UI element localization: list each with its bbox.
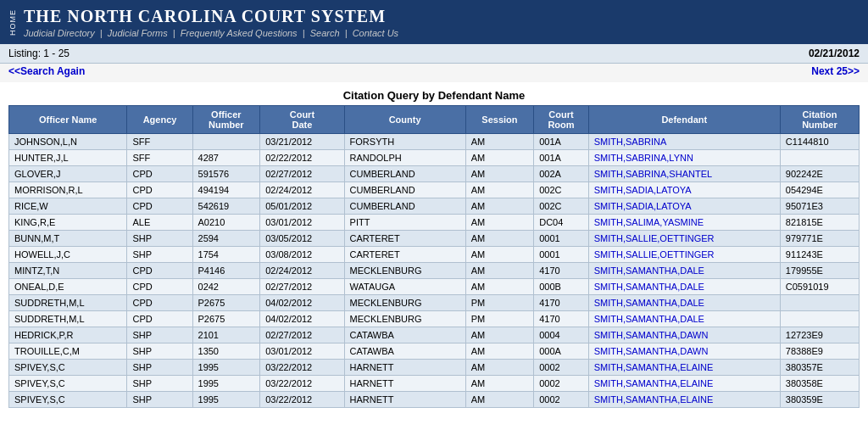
col-citation-number: CitationNumber [780,106,859,134]
col-officer-name: Officer Name [9,106,127,134]
defendant-cell[interactable]: SMITH,SABRINA,LYNN [588,150,780,166]
table-row: SPIVEY,S,CSHP199503/22/2012HARNETTAM0002… [9,392,860,408]
table-cell: 12723E9 [780,327,859,343]
table-cell: 2594 [192,231,260,247]
table-cell: 054294E [780,182,859,198]
defendant-link[interactable]: SMITH,SAMANTHA,DAWN [594,346,709,356]
table-cell: P4146 [192,263,260,279]
table-cell: 000B [534,279,589,295]
table-cell: BUNN,M,T [9,231,127,247]
defendant-link[interactable]: SMITH,SAMANTHA,ELAINE [594,378,714,388]
nav-faq[interactable]: Frequently Asked Questions [181,28,298,38]
table-row: SPIVEY,S,CSHP199503/22/2012HARNETTAM0002… [9,376,860,392]
table-cell: 1995 [192,392,260,408]
table-cell: RANDOLPH [344,150,465,166]
table-header: Officer Name Agency OfficerNumber CourtD… [9,106,860,134]
table-cell: A0210 [192,215,260,231]
defendant-cell[interactable]: SMITH,SAMANTHA,ELAINE [588,376,780,392]
table-cell: 95071E3 [780,198,859,215]
table-cell: 0001 [534,231,589,247]
defendant-link[interactable]: SMITH,SAMANTHA,DAWN [594,330,709,340]
next-link[interactable]: Next 25>> [811,65,860,77]
defendant-cell[interactable]: SMITH,SABRINA [588,134,780,150]
table-cell: 78388E9 [780,343,859,360]
defendant-cell[interactable]: SMITH,SAMANTHA,DALE [588,295,780,311]
defendant-link[interactable]: SMITH,SABRINA [594,137,667,147]
table-cell: CARTERET [344,247,465,263]
defendant-cell[interactable]: SMITH,SAMANTHA,DALE [588,263,780,279]
table-cell: 0001 [534,247,589,263]
defendant-link[interactable]: SMITH,SAMANTHA,DALE [594,265,704,276]
defendant-cell[interactable]: SMITH,SAMANTHA,DAWN [588,327,780,343]
table-cell: CPD [127,263,192,279]
table-cell: SUDDRETH,M,L [9,311,127,327]
defendant-link[interactable]: SMITH,SALIMA,YASMINE [594,217,704,227]
nav-contact[interactable]: Contact Us [353,28,398,38]
table-cell: 542619 [192,198,260,215]
table-cell: 1754 [192,247,260,263]
defendant-link[interactable]: SMITH,SAMANTHA,DALE [594,282,704,292]
defendant-link[interactable]: SMITH,SADIA,LATOYA [594,201,692,211]
table-cell: 380357E [780,360,859,376]
nav-judicial-forms[interactable]: Judicial Forms [108,28,168,38]
table-cell: AM [465,150,534,166]
table-cell: 02/22/2012 [260,150,344,166]
table-cell: 911243E [780,247,859,263]
defendant-link[interactable]: SMITH,SABRINA,LYNN [594,153,693,163]
table-cell: 1995 [192,376,260,392]
defendant-link[interactable]: SMITH,SAMANTHA,ELAINE [594,394,714,405]
defendant-cell[interactable]: SMITH,SABRINA,SHANTEL [588,166,780,182]
table-cell: 4170 [534,263,589,279]
nav-judicial-directory[interactable]: Judicial Directory [24,28,95,38]
table-cell: CARTERET [344,231,465,247]
table-cell: 0002 [534,376,589,392]
table-cell: RICE,W [9,198,127,215]
search-again-link[interactable]: <<Search Again [8,65,85,77]
table-cell: 4287 [192,150,260,166]
table-cell: 494194 [192,182,260,198]
table-cell: SHP [127,360,192,376]
nav-search[interactable]: Search [310,28,340,38]
defendant-cell[interactable]: SMITH,SAMANTHA,DALE [588,311,780,327]
table-cell: WATAUGA [344,279,465,295]
table-cell: 03/01/2012 [260,215,344,231]
defendant-link[interactable]: SMITH,SAMANTHA,DALE [594,314,704,324]
defendant-link[interactable]: SMITH,SAMANTHA,ELAINE [594,362,714,372]
defendant-cell[interactable]: SMITH,SALIMA,YASMINE [588,215,780,231]
defendant-cell[interactable]: SMITH,SALLIE,OETTINGER [588,247,780,263]
table-cell: 1995 [192,360,260,376]
defendant-link[interactable]: SMITH,SADIA,LATOYA [594,185,692,195]
col-agency: Agency [127,106,192,134]
defendant-link[interactable]: SMITH,SAMANTHA,DALE [594,298,704,308]
defendant-cell[interactable]: SMITH,SALLIE,OETTINGER [588,231,780,247]
table-cell: SHP [127,327,192,343]
table-cell: CPD [127,182,192,198]
defendant-cell[interactable]: SMITH,SAMANTHA,ELAINE [588,360,780,376]
defendant-cell[interactable]: SMITH,SADIA,LATOYA [588,198,780,215]
defendant-cell[interactable]: SMITH,SAMANTHA,ELAINE [588,392,780,408]
defendant-cell[interactable]: SMITH,SAMANTHA,DALE [588,279,780,295]
table-cell: CPD [127,166,192,182]
table-cell: AM [465,263,534,279]
header-content: The North Carolina Court System Judicial… [24,7,398,38]
table-row: HOWELL,J,CSHP175403/08/2012CARTERETAM000… [9,247,860,263]
nav-links: <<Search Again Next 25>> [0,64,868,82]
table-cell: SHP [127,231,192,247]
table-cell: 03/05/2012 [260,231,344,247]
col-officer-number: OfficerNumber [192,106,260,134]
table-row: SUDDRETH,M,LCPDP267504/02/2012MECKLENBUR… [9,311,860,327]
table-row: BUNN,M,TSHP259403/05/2012CARTERETAM0001S… [9,231,860,247]
table-cell: 05/01/2012 [260,198,344,215]
defendant-cell[interactable]: SMITH,SAMANTHA,DAWN [588,343,780,360]
defendant-link[interactable]: SMITH,SALLIE,OETTINGER [594,233,715,243]
table-cell: SFF [127,150,192,166]
defendant-link[interactable]: SMITH,SABRINA,SHANTEL [594,169,712,179]
site-subtitle: Judicial Directory | Judicial Forms | Fr… [24,28,398,38]
table-cell: AM [465,166,534,182]
table-cell: AM [465,247,534,263]
table-cell: DC04 [534,215,589,231]
defendant-cell[interactable]: SMITH,SADIA,LATOYA [588,182,780,198]
table-cell: SFF [127,134,192,150]
table-cell: 03/22/2012 [260,392,344,408]
defendant-link[interactable]: SMITH,SALLIE,OETTINGER [594,249,715,260]
